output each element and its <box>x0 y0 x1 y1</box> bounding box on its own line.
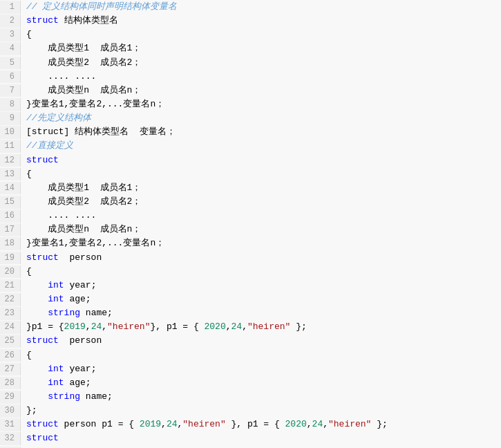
token-cn-text: 成员类型n 成员名n； <box>26 85 141 95</box>
token-bracket: { <box>26 266 32 277</box>
line-content: int year; <box>21 279 501 292</box>
token-keyword: struct <box>26 252 59 263</box>
token-keyword: int <box>48 364 64 374</box>
token-comment: //先定义结构体 <box>26 113 91 123</box>
token-identifier <box>26 391 48 402</box>
table-row: 4 成员类型1 成员名1； <box>0 41 501 55</box>
token-cn-text: 成员类型2 成员名2； <box>26 57 141 68</box>
line-number: 24 <box>0 321 21 334</box>
line-content: //先定义结构体 <box>21 111 501 125</box>
token-bracket: { <box>26 169 32 179</box>
line-number: 3 <box>0 28 21 41</box>
token-identifier: }; <box>26 405 37 416</box>
token-keyword: int <box>48 280 64 290</box>
table-row: 14 成员类型1 成员名1； <box>0 181 501 195</box>
line-content: }p1 = {2019,24,"heiren"}, p1 = { 2020,24… <box>21 320 501 334</box>
line-content: 成员类型n 成员名n； <box>21 223 501 236</box>
table-row: 18}变量名1,变量名2,...变量名n； <box>0 236 501 250</box>
line-number: 12 <box>0 154 21 167</box>
token-number: 2019 <box>140 419 161 429</box>
table-row: 22 int age; <box>0 292 501 306</box>
line-content: }变量名1,变量名2,...变量名n； <box>21 236 501 250</box>
line-number: 16 <box>0 209 21 223</box>
line-content: string name; <box>21 306 501 320</box>
token-identifier: person <box>59 335 102 346</box>
table-row: 25struct person <box>0 334 501 348</box>
token-keyword: struct <box>26 155 59 165</box>
token-cn-text: }变量名1,变量名2,...变量名n； <box>26 99 164 109</box>
line-number: 5 <box>0 57 21 70</box>
token-number: 2019 <box>64 321 86 332</box>
line-content: 成员类型1 成员名1； <box>21 41 501 55</box>
token-identifier: person p1 = { <box>59 419 140 429</box>
token-keyword: struct <box>26 433 59 443</box>
line-number: 20 <box>0 265 21 279</box>
line-content: { <box>21 348 501 362</box>
token-comment: //直接定义 <box>26 140 73 151</box>
line-content: int year; <box>21 362 501 376</box>
line-content: }变量名1,变量名2,...变量名n； <box>21 97 501 111</box>
line-number: 25 <box>0 335 21 348</box>
line-number: 29 <box>0 391 21 404</box>
line-number: 27 <box>0 363 21 376</box>
token-identifier: , <box>161 419 167 429</box>
table-row: 21 int year; <box>0 279 501 292</box>
table-row: 5 成员类型2 成员名2； <box>0 56 501 70</box>
table-row: 26{ <box>0 348 501 362</box>
line-number: 22 <box>0 293 21 306</box>
token-identifier: , <box>226 321 231 332</box>
table-row: 20{ <box>0 265 501 279</box>
table-row: 19struct person <box>0 251 501 265</box>
token-identifier: }, p1 = { <box>150 321 204 332</box>
token-cn-text: }变量名1,变量名2,...变量名n； <box>26 238 164 248</box>
line-content: //直接定义 <box>21 139 501 153</box>
table-row: 11//直接定义 <box>0 139 501 153</box>
line-content: 成员类型1 成员名1； <box>21 181 501 195</box>
line-content: 成员类型n 成员名n； <box>21 84 501 97</box>
line-content: }; <box>21 404 501 418</box>
token-bracket: { <box>26 350 32 360</box>
token-identifier: }; <box>290 321 306 332</box>
line-number: 17 <box>0 223 21 236</box>
token-identifier: person <box>59 252 102 263</box>
table-row: 17 成员类型n 成员名n； <box>0 223 501 236</box>
line-number: 15 <box>0 196 21 209</box>
line-number: 23 <box>0 307 21 320</box>
line-content: // 定义结构体同时声明结构体变量名 <box>21 0 501 14</box>
table-row: 8}变量名1,变量名2,...变量名n； <box>0 97 501 111</box>
line-content: { <box>21 167 501 181</box>
line-number: 21 <box>0 279 21 292</box>
table-row: 29 string name; <box>0 390 501 404</box>
token-identifier: name; <box>80 391 113 402</box>
token-number: 24 <box>91 321 102 332</box>
line-number: 11 <box>0 140 21 153</box>
line-content: struct person p1 = { 2019,24,"heiren" },… <box>21 418 501 431</box>
table-row: 28 int age; <box>0 376 501 390</box>
table-row: 23 string name; <box>0 306 501 320</box>
token-identifier <box>26 377 48 388</box>
line-number: 9 <box>0 112 21 125</box>
table-row: 12struct <box>0 153 501 167</box>
token-bracket: { <box>26 29 32 39</box>
token-comment: // 定义结构体同时声明结构体变量名 <box>26 1 177 12</box>
token-cn-text: .... .... <box>26 71 96 82</box>
token-identifier: }p1 = { <box>26 321 64 332</box>
token-keyword: string <box>48 308 80 318</box>
table-row: 3{ <box>0 28 501 41</box>
line-number: 26 <box>0 349 21 362</box>
line-number: 4 <box>0 42 21 55</box>
token-identifier: , <box>86 321 91 332</box>
table-row: 33{ <box>0 446 501 449</box>
line-content: struct person <box>21 334 501 348</box>
code-editor: 1// 定义结构体同时声明结构体变量名2struct 结构体类型名3{4 成员类… <box>0 0 501 448</box>
token-keyword: struct <box>26 15 59 26</box>
line-number: 14 <box>0 182 21 195</box>
token-identifier: year; <box>64 280 97 290</box>
table-row: 10[struct] 结构体类型名 变量名； <box>0 125 501 139</box>
token-cn-text: 成员类型1 成员名1； <box>26 183 141 193</box>
line-number: 8 <box>0 98 21 111</box>
table-row: 9//先定义结构体 <box>0 111 501 125</box>
table-row: 27 int year; <box>0 362 501 376</box>
line-number: 1 <box>0 1 21 14</box>
token-number: 2020 <box>285 419 307 429</box>
